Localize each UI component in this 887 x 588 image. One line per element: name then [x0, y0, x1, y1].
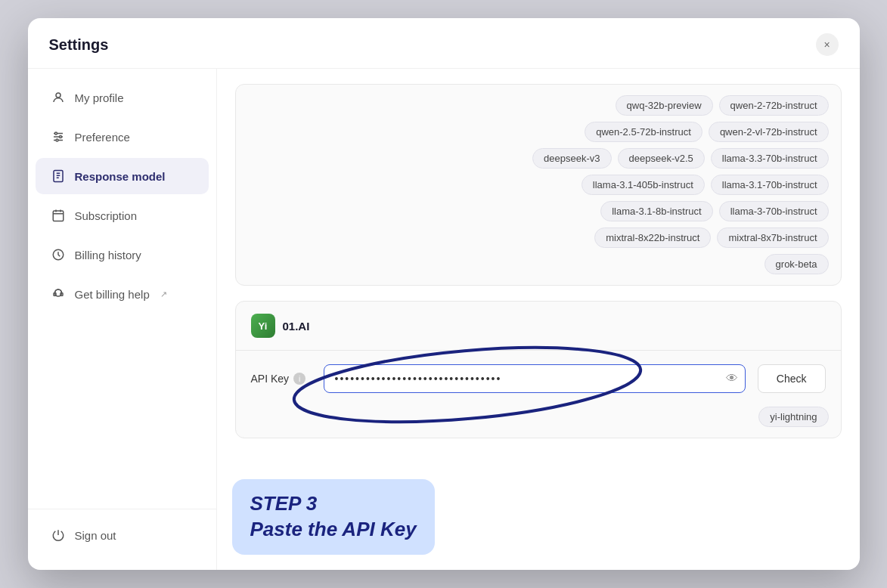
model-tag[interactable]: qwen-2-72b-instruct — [719, 95, 829, 116]
power-icon — [51, 528, 66, 543]
sidebar-item-label: My profile — [75, 91, 124, 104]
api-key-row: API Key i 👁 Check — [236, 351, 841, 407]
sidebar-item-label: Subscription — [75, 209, 138, 222]
model-tag[interactable]: llama-3.3-70b-instruct — [711, 148, 829, 169]
close-button[interactable]: × — [816, 33, 839, 56]
sidebar-item-label: Billing history — [75, 249, 141, 262]
document-icon — [51, 169, 66, 184]
modal-body: My profile Preference Response mode — [28, 69, 860, 570]
headset-icon — [51, 286, 66, 302]
check-button[interactable]: Check — [758, 364, 826, 393]
settings-modal: Settings × My profile — [28, 18, 860, 570]
svg-rect-8 — [53, 211, 64, 221]
tags-row-1: qwq-32b-preview qwen-2-72b-instruct — [248, 95, 829, 116]
clock-icon — [51, 247, 66, 262]
sign-out-button[interactable]: Sign out — [36, 517, 209, 553]
sidebar-item-billing-history[interactable]: Billing history — [36, 237, 209, 273]
step-annotation-description: Paste the API Key — [250, 517, 417, 543]
tags-row-5: llama-3.1-8b-instruct llama-3-70b-instru… — [248, 201, 829, 221]
step-annotation-title: STEP 3 — [250, 491, 417, 517]
step-annotation: STEP 3 Paste the API Key — [232, 479, 435, 555]
model-tag[interactable]: deepseek-v3 — [532, 148, 611, 169]
main-content: qwq-32b-preview qwen-2-72b-instruct qwen… — [217, 69, 860, 570]
sidebar-item-response-model[interactable]: Response model — [36, 158, 209, 194]
sidebar-item-label: Preference — [75, 131, 130, 144]
model-tag[interactable]: qwq-32b-preview — [616, 95, 713, 116]
user-icon — [51, 90, 66, 105]
model-tag[interactable]: qwen-2.5-72b-instruct — [585, 122, 702, 142]
provider-logo-text: Yi — [259, 320, 268, 332]
tags-row-2: qwen-2.5-72b-instruct qwen-2-vl-72b-inst… — [248, 122, 829, 142]
model-tag[interactable]: llama-3-70b-instruct — [719, 201, 829, 221]
sidebar: My profile Preference Response mode — [28, 69, 217, 570]
sidebar-item-get-billing-help[interactable]: Get billing help ↗ — [36, 276, 209, 312]
model-tag[interactable]: llama-3.1-8b-instruct — [600, 201, 713, 221]
tags-row-3: deepseek-v3 deepseek-v2.5 llama-3.3-70b-… — [248, 148, 829, 169]
external-link-icon: ↗ — [160, 289, 167, 299]
info-icon[interactable]: i — [293, 373, 305, 385]
modal-title: Settings — [49, 36, 109, 54]
yi-lightning-tag[interactable]: yi-lightning — [758, 407, 828, 427]
svg-point-0 — [56, 93, 60, 97]
sidebar-item-label: Get billing help — [75, 288, 150, 301]
sidebar-item-subscription[interactable]: Subscription — [36, 197, 209, 234]
provider-name: 01.AI — [283, 320, 310, 333]
tags-row-6: mixtral-8x22b-instruct mixtral-8x7b-inst… — [248, 227, 829, 248]
provider-logo: Yi — [251, 314, 275, 338]
api-key-input-wrapper: 👁 — [324, 364, 746, 393]
model-tag[interactable]: deepseek-v2.5 — [618, 148, 705, 169]
api-key-label: API Key i — [251, 373, 312, 385]
model-bottom-tags: yi-lightning — [236, 407, 841, 438]
modal-header: Settings × — [28, 18, 860, 69]
model-tag[interactable]: mixtral-8x7b-instruct — [717, 227, 828, 248]
sidebar-item-label: Response model — [75, 170, 166, 183]
sign-out-label: Sign out — [75, 529, 116, 542]
svg-point-4 — [54, 132, 57, 135]
provider-section: Yi 01.AI API Key i 👁 — [235, 301, 842, 438]
api-key-input[interactable] — [324, 364, 746, 393]
model-tags-section: qwq-32b-preview qwen-2-72b-instruct qwen… — [235, 84, 842, 286]
model-tag[interactable]: llama-3.1-70b-instruct — [711, 175, 829, 195]
svg-point-5 — [59, 136, 61, 138]
sidebar-item-preference[interactable]: Preference — [36, 119, 209, 155]
provider-header: Yi 01.AI — [236, 302, 841, 351]
svg-point-6 — [56, 139, 58, 141]
tags-row-7: grok-beta — [248, 254, 829, 274]
sidebar-item-my-profile[interactable]: My profile — [36, 79, 209, 116]
model-tag[interactable]: grok-beta — [764, 254, 829, 274]
tags-row-4: llama-3.1-405b-instruct llama-3.1-70b-in… — [248, 175, 829, 195]
calendar-icon — [51, 208, 66, 223]
model-tag[interactable]: llama-3.1-405b-instruct — [582, 175, 705, 195]
sidebar-bottom: Sign out — [28, 509, 216, 561]
toggle-visibility-icon[interactable]: 👁 — [726, 372, 738, 385]
model-tag[interactable]: qwen-2-vl-72b-instruct — [709, 122, 829, 142]
model-tag[interactable]: mixtral-8x22b-instruct — [594, 227, 711, 248]
sliders-icon — [51, 129, 66, 144]
